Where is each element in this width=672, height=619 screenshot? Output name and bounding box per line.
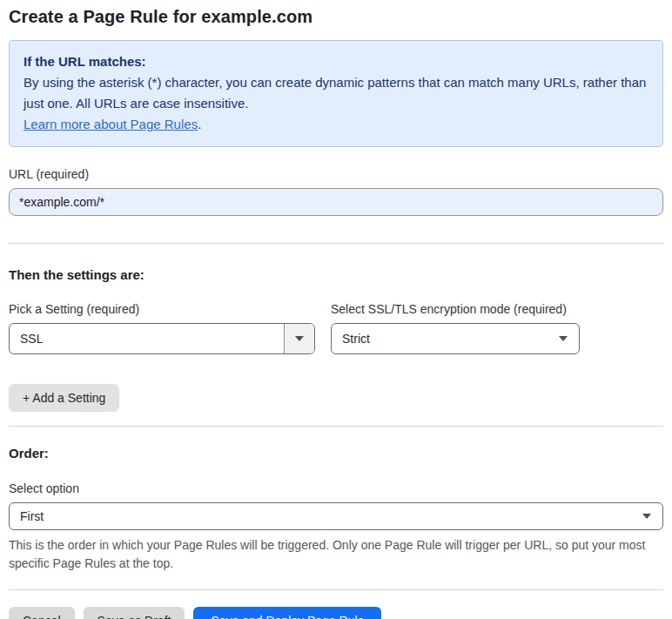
chevron-down-icon bbox=[295, 336, 304, 341]
divider-after-url bbox=[9, 243, 663, 244]
settings-row: Pick a Setting (required) SSL Select SSL… bbox=[9, 302, 663, 354]
url-field-label: URL (required) bbox=[9, 167, 663, 181]
info-box-link-row: Learn more about Page Rules. bbox=[24, 114, 648, 135]
ssl-mode-label: Select SSL/TLS encryption mode (required… bbox=[331, 302, 580, 316]
ssl-mode-column: Select SSL/TLS encryption mode (required… bbox=[331, 302, 580, 354]
order-section-heading: Order: bbox=[9, 446, 663, 461]
learn-more-link[interactable]: Learn more about Page Rules bbox=[24, 117, 198, 131]
url-input[interactable] bbox=[9, 188, 663, 216]
order-select-value: First bbox=[10, 509, 642, 523]
order-select-arrow bbox=[642, 514, 662, 519]
setting-picker-label: Pick a Setting (required) bbox=[9, 302, 315, 316]
divider-before-footer bbox=[9, 589, 663, 590]
setting-picker-arrow-box[interactable] bbox=[284, 324, 314, 353]
order-select-label: Select option bbox=[9, 481, 663, 495]
chevron-down-icon bbox=[559, 336, 568, 341]
save-deploy-button[interactable]: Save and Deploy Page Rule bbox=[193, 607, 381, 619]
url-match-info-box: If the URL matches: By using the asteris… bbox=[9, 40, 663, 147]
info-box-heading: If the URL matches: bbox=[24, 51, 648, 72]
link-suffix: . bbox=[198, 117, 201, 131]
order-help-text: This is the order in which your Page Rul… bbox=[9, 536, 663, 573]
setting-picker-select[interactable]: SSL bbox=[9, 323, 315, 354]
order-select[interactable]: First bbox=[9, 502, 663, 530]
settings-section-heading: Then the settings are: bbox=[9, 267, 663, 282]
divider-after-settings bbox=[9, 426, 663, 427]
cancel-button[interactable]: Cancel bbox=[9, 607, 75, 619]
add-setting-button[interactable]: + Add a Setting bbox=[9, 384, 119, 412]
ssl-mode-select[interactable]: Strict bbox=[331, 323, 580, 354]
ssl-mode-arrow bbox=[559, 336, 579, 341]
ssl-mode-value: Strict bbox=[332, 332, 559, 346]
setting-picker-column: Pick a Setting (required) SSL bbox=[9, 302, 315, 354]
setting-picker-value: SSL bbox=[10, 332, 284, 346]
page-title: Create a Page Rule for example.com bbox=[9, 7, 663, 27]
footer-actions: Cancel Save as Draft Save and Deploy Pag… bbox=[9, 607, 663, 619]
chevron-down-icon bbox=[642, 514, 651, 519]
save-draft-button[interactable]: Save as Draft bbox=[84, 607, 185, 619]
info-box-body: By using the asterisk (*) character, you… bbox=[24, 72, 648, 114]
